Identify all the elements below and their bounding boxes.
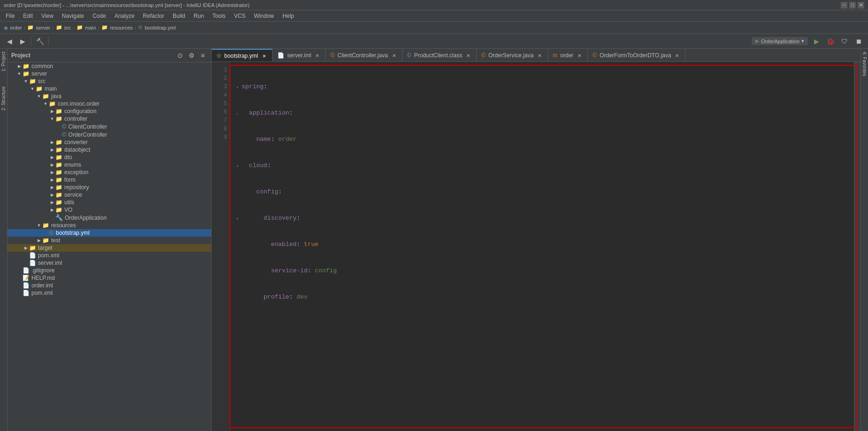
tab-close-product-client[interactable]: ✕ (465, 52, 472, 59)
tree-item-pom-xml-root[interactable]: 📄 pom.xml (8, 289, 211, 297)
fold-icon-4[interactable]: ▾ (236, 162, 242, 171)
menu-navigate[interactable]: Navigate (58, 12, 88, 20)
tree-item-target[interactable]: ▶ 📁 target (8, 244, 211, 252)
menu-build[interactable]: Build (169, 12, 189, 20)
tab-close-order-service[interactable]: ✕ (536, 52, 543, 59)
settings-button[interactable]: ⚙ (187, 51, 196, 60)
tree-item-common[interactable]: ▶ 📁 common (8, 62, 211, 70)
breadcrumb-order[interactable]: order (10, 25, 22, 31)
tree-item-java[interactable]: ▼ 📁 java (8, 92, 211, 100)
tree-item-dataobject[interactable]: ▶ 📁 dataobject (8, 146, 211, 154)
tree-item-resources[interactable]: ▼ 📁 resources (8, 222, 211, 229)
tab-order-service[interactable]: © OrderService.java ✕ (477, 49, 548, 62)
folder-icon: 📁 (55, 169, 62, 176)
tree-item-client-controller[interactable]: © ClientController (8, 123, 211, 131)
toolbar: ◀ ▶ 🔨 ▶ OrderApplication ▾ ▶ 🐞 🛡 ⏹ (0, 34, 868, 49)
menu-run[interactable]: Run (190, 12, 208, 20)
tree-item-converter[interactable]: ▶ 📁 converter (8, 139, 211, 146)
tab-close-order-form-dto[interactable]: ✕ (674, 52, 680, 59)
stop-button[interactable]: ⏹ (853, 36, 864, 47)
menu-view[interactable]: View (38, 12, 57, 20)
tree-item-server[interactable]: ▼ 📁 server (8, 70, 211, 77)
tree-item-form[interactable]: ▶ 📁 form (8, 176, 211, 184)
menu-file[interactable]: File (2, 12, 18, 20)
breadcrumb-main[interactable]: main (85, 25, 96, 31)
window-controls[interactable]: ─ □ ✕ (841, 2, 864, 8)
forward-button[interactable]: ▶ (17, 36, 28, 47)
tab-close-m-order[interactable]: ✕ (576, 52, 583, 59)
tree-item-server-iml[interactable]: 📄 server.iml (8, 259, 211, 267)
tab-m-order[interactable]: m order ✕ (548, 49, 588, 62)
arrow-icon: ▼ (16, 71, 23, 76)
tree-item-dto[interactable]: ▶ 📁 dto (8, 154, 211, 161)
structure-side-tab[interactable]: 2: Structure (0, 84, 7, 114)
menu-analyze[interactable]: Analyze (111, 12, 138, 20)
tree-item-test[interactable]: ▶ 📁 test (8, 237, 211, 244)
tree-item-repository[interactable]: ▶ 📁 repository (8, 184, 211, 191)
menu-code[interactable]: Code (89, 12, 110, 20)
debug-button[interactable]: 🐞 (825, 36, 836, 47)
arrow-icon: ▶ (49, 177, 55, 182)
tab-product-client[interactable]: © ProductClient.class ✕ (403, 49, 477, 62)
code-editor[interactable]: 1 2 3 4 5 6 7 8 9 ▾ spring: ▹ applicatio… (212, 62, 860, 431)
arrow-icon: ▶ (23, 246, 29, 250)
tree-item-com-imooc-order[interactable]: ▼ 📁 com.imooc.order (8, 100, 211, 108)
tree-item-order-iml[interactable]: 📄 order.iml (8, 282, 211, 289)
close-button[interactable]: ✕ (858, 2, 864, 8)
breadcrumb-server[interactable]: server (36, 25, 50, 31)
maximize-button[interactable]: □ (849, 2, 856, 8)
tree-item-utils[interactable]: ▶ 📁 utils (8, 199, 211, 206)
tree-item-configuration[interactable]: ▶ 📁 configuration (8, 108, 211, 115)
favorites-side-tab[interactable]: 4: Favorites (861, 49, 868, 79)
tab-server-iml[interactable]: 📄 server.iml ✕ (273, 49, 326, 62)
tab-close-server-iml[interactable]: ✕ (314, 52, 320, 59)
tab-close-client-controller[interactable]: ✕ (391, 52, 397, 59)
locate-button[interactable]: ⊙ (175, 51, 185, 60)
expand-button[interactable]: ≡ (198, 51, 207, 60)
minimize-button[interactable]: ─ (841, 2, 847, 8)
file-tree: ▶ 📁 common ▼ 📁 server ▼ 📁 src ▼ (8, 62, 211, 431)
project-side-tab[interactable]: 1: Project (0, 49, 7, 74)
arrow-icon: ▶ (49, 155, 55, 160)
tree-item-exception[interactable]: ▶ 📁 exception (8, 169, 211, 176)
tree-item-order-application[interactable]: 🔧 OrderApplication (8, 214, 211, 222)
build-button[interactable]: 🔨 (34, 36, 46, 47)
tree-item-enums[interactable]: ▶ 📁 enums (8, 161, 211, 169)
code-line-8: · service-id: config (236, 267, 850, 276)
breadcrumb-src[interactable]: src (64, 25, 71, 31)
fold-icon-2[interactable]: ▹ (236, 109, 242, 118)
menu-vcs[interactable]: VCS (230, 12, 250, 20)
tree-item-bootstrap-yml[interactable]: ⚙ bootstrap.yml (8, 229, 211, 237)
breadcrumb-resources[interactable]: resources (110, 25, 132, 31)
tree-item-gitignore[interactable]: 📄 .gitignore (8, 267, 211, 274)
tree-item-vo[interactable]: ▶ 📁 VO (8, 206, 211, 214)
editor-area: ⚙ bootstrap.yml ✕ 📄 server.iml ✕ © Clien… (212, 49, 860, 431)
run-button[interactable]: ▶ (811, 36, 822, 47)
back-button[interactable]: ◀ (4, 36, 15, 47)
menu-tools[interactable]: Tools (209, 12, 229, 20)
arrow-icon: ▼ (49, 116, 55, 121)
coverage-button[interactable]: 🛡 (839, 36, 850, 47)
tree-item-src[interactable]: ▼ 📁 src (8, 77, 211, 85)
code-content[interactable]: ▾ spring: ▹ application: · name: order ▾… (230, 62, 854, 431)
fold-icon-1[interactable]: ▾ (236, 83, 242, 92)
menu-refactor[interactable]: Refactor (139, 12, 168, 20)
tree-item-service[interactable]: ▶ 📁 service (8, 191, 211, 199)
run-config-selector[interactable]: ▶ OrderApplication ▾ (752, 37, 808, 45)
tab-order-form-dto[interactable]: © OrderFormToOrderDTO.java ✕ (588, 49, 685, 62)
tab-bootstrap-yml[interactable]: ⚙ bootstrap.yml ✕ (212, 49, 273, 62)
tree-item-main[interactable]: ▼ 📁 main (8, 85, 211, 92)
menu-edit[interactable]: Edit (19, 12, 37, 20)
tab-client-controller[interactable]: © ClientController.java ✕ (326, 49, 402, 62)
tree-item-pom-xml-server[interactable]: 📄 pom.xml (8, 252, 211, 259)
panel-title: Project (11, 52, 174, 59)
fold-icon-6[interactable]: ▾ (236, 214, 242, 223)
tab-close-bootstrap[interactable]: ✕ (261, 53, 267, 59)
menu-help[interactable]: Help (279, 12, 298, 20)
tree-item-help-md[interactable]: 📝 HELP.md (8, 274, 211, 282)
breadcrumb-bootstrap-yml[interactable]: bootstrap.yml (145, 25, 175, 31)
tree-item-controller[interactable]: ▼ 📁 controller (8, 115, 211, 123)
folder-icon: 📁 (55, 192, 62, 198)
menu-window[interactable]: Window (250, 12, 278, 20)
tree-item-order-controller[interactable]: © OrderController (8, 131, 211, 139)
